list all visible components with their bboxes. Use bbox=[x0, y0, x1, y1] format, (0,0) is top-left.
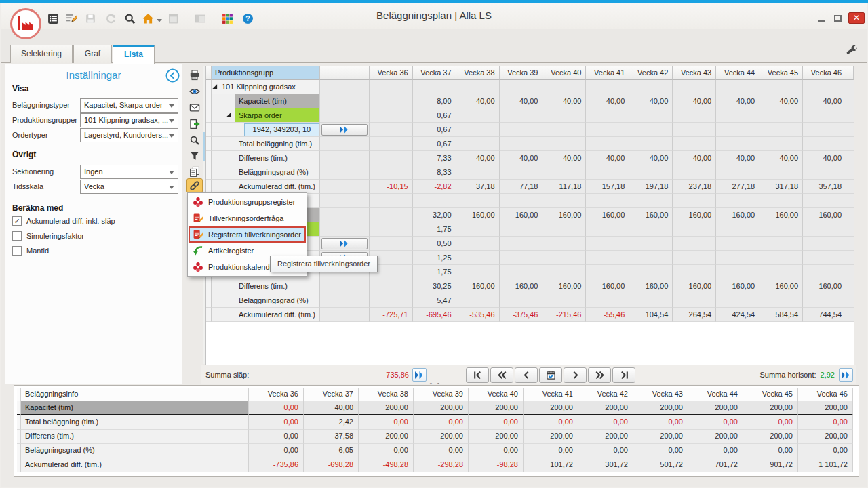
value-cell[interactable]: 5,47 bbox=[413, 293, 456, 308]
value-cell[interactable] bbox=[456, 237, 500, 251]
value-cell[interactable] bbox=[500, 165, 543, 180]
value-cell[interactable]: 37,58 bbox=[304, 430, 359, 444]
value-cell[interactable]: 0,67 bbox=[413, 137, 456, 151]
value-cell[interactable] bbox=[370, 137, 413, 151]
value-cell[interactable] bbox=[673, 265, 716, 279]
metric-label[interactable]: Total beläggning (tim.) bbox=[21, 415, 249, 430]
value-cell[interactable] bbox=[629, 265, 673, 279]
value-cell[interactable] bbox=[456, 222, 500, 237]
value-cell[interactable] bbox=[542, 123, 586, 137]
preview-eye-icon[interactable] bbox=[186, 84, 203, 99]
value-cell[interactable]: 30,25 bbox=[413, 279, 456, 293]
value-cell[interactable]: 0,67 bbox=[413, 123, 456, 137]
value-cell[interactable] bbox=[456, 293, 500, 308]
metric-label[interactable]: Beläggningsgrad (%) bbox=[21, 444, 249, 458]
value-cell[interactable] bbox=[500, 123, 543, 137]
value-cell[interactable] bbox=[716, 194, 760, 208]
value-cell[interactable] bbox=[586, 165, 629, 180]
sektionering-dropdown[interactable]: Ingen bbox=[80, 165, 178, 179]
value-cell[interactable] bbox=[803, 222, 846, 237]
value-cell[interactable] bbox=[760, 222, 803, 237]
value-cell[interactable]: 0,00 bbox=[798, 444, 853, 458]
column-header-week[interactable]: Vecka 38 bbox=[359, 388, 414, 401]
value-cell[interactable] bbox=[542, 165, 586, 180]
tree-expand-icon[interactable] bbox=[225, 111, 232, 118]
value-cell[interactable]: 901,72 bbox=[743, 458, 798, 472]
value-cell[interactable]: 0,00 bbox=[469, 444, 524, 458]
metric-label[interactable]: Ackumulerad diff. (tim.) bbox=[21, 458, 249, 472]
column-header-week[interactable]: Vecka 46 bbox=[798, 388, 853, 401]
value-cell[interactable] bbox=[673, 165, 716, 180]
value-cell[interactable]: 0,00 bbox=[414, 444, 469, 458]
value-cell[interactable]: -725,71 bbox=[370, 308, 413, 322]
value-cell[interactable]: 277,18 bbox=[716, 180, 760, 194]
value-cell[interactable] bbox=[370, 94, 413, 108]
print-icon[interactable] bbox=[186, 68, 203, 83]
value-cell[interactable]: -55,46 bbox=[586, 308, 629, 322]
belaggningstyper-dropdown[interactable]: Kapacitet, Skarpa order bbox=[80, 98, 178, 113]
tidsskala-dropdown[interactable]: Vecka bbox=[80, 180, 178, 194]
value-cell[interactable]: -375,46 bbox=[500, 308, 543, 322]
value-cell[interactable] bbox=[413, 80, 456, 94]
value-cell[interactable] bbox=[456, 265, 500, 279]
column-header-week[interactable]: Vecka 44 bbox=[716, 66, 760, 80]
value-cell[interactable] bbox=[629, 237, 673, 251]
value-cell[interactable] bbox=[716, 137, 760, 151]
value-cell[interactable] bbox=[629, 293, 673, 308]
value-cell[interactable]: 160,00 bbox=[586, 279, 629, 293]
value-cell[interactable]: 40,00 bbox=[456, 151, 500, 165]
nav-forward-button[interactable] bbox=[564, 367, 587, 383]
value-cell[interactable]: 0,00 bbox=[688, 444, 743, 458]
column-header-week[interactable]: Vecka 45 bbox=[760, 66, 803, 80]
value-cell[interactable] bbox=[716, 265, 760, 279]
value-cell[interactable] bbox=[716, 293, 760, 308]
value-cell[interactable]: 160,00 bbox=[542, 208, 586, 222]
nav-fast-back-button[interactable] bbox=[490, 367, 513, 383]
value-cell[interactable] bbox=[673, 222, 716, 237]
order-detail-button[interactable] bbox=[321, 124, 368, 136]
value-cell[interactable]: 160,00 bbox=[542, 279, 586, 293]
value-cell[interactable] bbox=[542, 194, 586, 208]
value-cell[interactable]: -695,46 bbox=[413, 308, 456, 322]
nav-back-button[interactable] bbox=[515, 367, 538, 383]
value-cell[interactable]: 160,00 bbox=[803, 208, 846, 222]
value-cell[interactable]: 200,00 bbox=[524, 401, 578, 415]
value-cell[interactable] bbox=[370, 151, 413, 165]
value-cell[interactable]: 200,00 bbox=[524, 430, 578, 444]
value-cell[interactable] bbox=[456, 165, 500, 180]
nav-last-button[interactable] bbox=[612, 367, 635, 383]
value-cell[interactable]: 157,18 bbox=[586, 180, 629, 194]
value-cell[interactable]: 40,00 bbox=[629, 151, 673, 165]
value-cell[interactable] bbox=[629, 251, 673, 265]
value-cell[interactable] bbox=[370, 293, 413, 308]
value-cell[interactable]: 357,18 bbox=[803, 180, 846, 194]
value-cell[interactable] bbox=[760, 80, 803, 94]
value-cell[interactable]: 0,00 bbox=[798, 415, 853, 430]
value-cell[interactable]: 40,00 bbox=[803, 151, 846, 165]
value-cell[interactable] bbox=[716, 80, 760, 94]
value-cell[interactable]: 200,00 bbox=[688, 430, 743, 444]
value-cell[interactable] bbox=[803, 251, 846, 265]
value-cell[interactable]: 0,00 bbox=[249, 430, 304, 444]
value-cell[interactable]: 32,00 bbox=[413, 208, 456, 222]
value-cell[interactable]: 0,00 bbox=[743, 415, 798, 430]
value-cell[interactable]: 8,00 bbox=[413, 94, 456, 108]
value-cell[interactable] bbox=[586, 123, 629, 137]
value-cell[interactable] bbox=[542, 222, 586, 237]
value-cell[interactable] bbox=[803, 137, 846, 151]
value-cell[interactable] bbox=[716, 123, 760, 137]
value-cell[interactable] bbox=[500, 108, 543, 123]
value-cell[interactable] bbox=[456, 80, 500, 94]
value-cell[interactable] bbox=[629, 194, 673, 208]
value-cell[interactable] bbox=[760, 265, 803, 279]
zoom-icon[interactable] bbox=[186, 133, 203, 148]
value-cell[interactable] bbox=[760, 123, 803, 137]
value-cell[interactable]: 200,00 bbox=[469, 430, 524, 444]
menu-item-produktionsgruppsregister[interactable]: Produktionsgruppsregister bbox=[189, 194, 306, 210]
value-cell[interactable] bbox=[716, 165, 760, 180]
value-cell[interactable]: 160,00 bbox=[456, 279, 500, 293]
value-cell[interactable] bbox=[586, 237, 629, 251]
value-cell[interactable]: 0,00 bbox=[633, 415, 688, 430]
value-cell[interactable]: 40,00 bbox=[586, 151, 629, 165]
produktionsgrupper-dropdown[interactable]: 101 Klippning gradsax, ... bbox=[80, 113, 178, 127]
